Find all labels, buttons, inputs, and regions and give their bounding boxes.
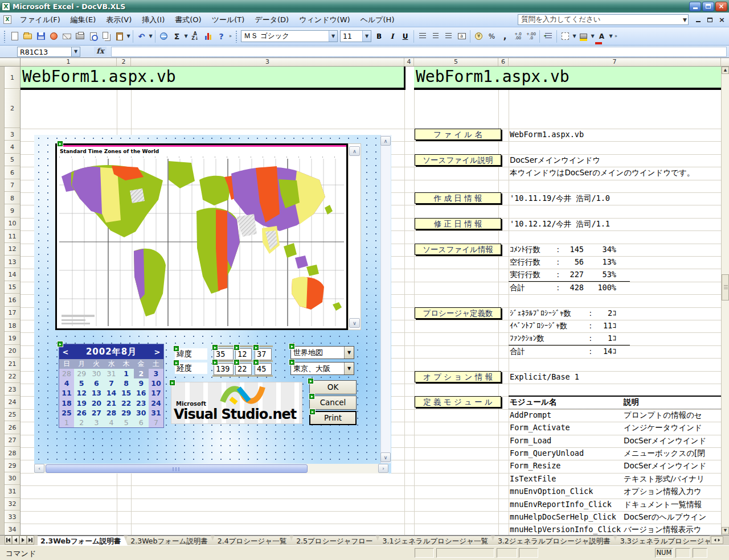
calendar-day-19[interactable]: 19 xyxy=(74,398,89,408)
column-header-4[interactable]: 4 xyxy=(404,58,414,66)
font-color-dropdown-icon[interactable]: ▼ xyxy=(608,30,613,42)
row-header-33[interactable]: 33 xyxy=(5,511,20,523)
row-header-8[interactable]: 8 xyxy=(5,192,20,204)
menu-item-4[interactable]: 書式(O) xyxy=(170,13,206,27)
italic-icon[interactable]: I xyxy=(386,30,398,42)
name-box-dropdown-icon[interactable]: ▼ xyxy=(71,47,80,57)
designer-glyph-icon[interactable] xyxy=(212,360,218,365)
open-icon[interactable] xyxy=(22,30,34,42)
latitude-min-input[interactable]: 12 xyxy=(235,348,252,360)
designer-horizontal-scrollbar[interactable]: ‹ › xyxy=(34,464,388,473)
insert-function-icon[interactable]: fx xyxy=(94,47,107,57)
close-button[interactable]: × xyxy=(715,2,727,11)
minimize-button[interactable] xyxy=(689,2,701,11)
row-header-29[interactable]: 29 xyxy=(5,460,20,472)
calendar-day-29[interactable]: 29 xyxy=(74,369,89,378)
sort-ascending-icon[interactable]: AZ↓ xyxy=(189,30,201,42)
scroll-down-icon[interactable]: ▼ xyxy=(722,527,729,534)
calendar-day-17[interactable]: 17 xyxy=(149,388,163,398)
calendar-day-7[interactable]: 7 xyxy=(104,378,118,388)
calendar-day-18[interactable]: 18 xyxy=(59,398,74,408)
row-header-17[interactable]: 17 xyxy=(5,307,20,319)
row-header-10[interactable]: 10 xyxy=(5,218,20,230)
calendar-day-10[interactable]: 10 xyxy=(149,378,163,388)
currency-icon[interactable]: ¥ xyxy=(473,30,485,42)
next-sheet-icon[interactable] xyxy=(19,536,27,545)
calendar-day-13[interactable]: 13 xyxy=(89,388,104,398)
scroll-up-icon[interactable]: ▲ xyxy=(722,67,729,74)
column-header-2[interactable]: 2 xyxy=(117,58,131,66)
prev-sheet-icon[interactable] xyxy=(12,536,19,545)
row-header-7[interactable]: 7 xyxy=(5,180,20,192)
form-designer-surface[interactable]: Standard Time Zones of the World xyxy=(34,135,391,473)
row-header-23[interactable]: 23 xyxy=(5,384,20,396)
chevron-down-icon[interactable]: ▼ xyxy=(344,363,354,374)
chevron-down-icon[interactable]: ▼ xyxy=(683,17,687,23)
column-header-6[interactable]: 6 xyxy=(498,58,509,66)
menu-item-1[interactable]: 編集(E) xyxy=(65,13,101,27)
menu-item-0[interactable]: ファイル(F) xyxy=(15,13,65,27)
autosum-icon[interactable]: Σ xyxy=(171,30,183,42)
sheet-vertical-scrollbar[interactable]: ▲ ▼ xyxy=(721,67,729,535)
row-header-5[interactable]: 5 xyxy=(5,154,20,166)
row-header-3[interactable]: 3 xyxy=(5,129,20,141)
sheet-tab-3[interactable]: 2.5プロシージャフロー xyxy=(289,536,379,546)
font-name-combo[interactable]: ＭＳ ゴシック ▼ xyxy=(241,30,338,42)
calendar-day-28[interactable]: 28 xyxy=(104,408,118,418)
map-select-combo[interactable]: 世界地図 ▼ xyxy=(290,346,354,359)
calendar-day-12[interactable]: 12 xyxy=(74,388,89,398)
city-select-combo[interactable]: 東京、大阪 ▼ xyxy=(290,362,354,375)
chart-wizard-icon[interactable] xyxy=(202,30,214,42)
scroll-up-icon[interactable]: ∧ xyxy=(380,136,391,146)
column-header-7[interactable]: 7 xyxy=(509,58,721,66)
menu-item-5[interactable]: ツール(T) xyxy=(207,13,250,27)
row-header-11[interactable]: 11 xyxy=(5,230,20,242)
calendar-day-11[interactable]: 11 xyxy=(59,388,74,398)
calendar-day-2[interactable]: 2 xyxy=(74,418,89,427)
calendar-day-31[interactable]: 31 xyxy=(149,408,163,418)
calendar-day-6[interactable]: 6 xyxy=(89,378,104,388)
chevron-down-icon[interactable]: ▼ xyxy=(362,31,371,42)
calendar-next-button[interactable]: > xyxy=(151,348,163,356)
chevron-down-icon[interactable]: ▼ xyxy=(329,31,337,42)
menu-item-6[interactable]: データ(D) xyxy=(249,13,294,27)
designer-vertical-scrollbar[interactable]: ∧ ∨ xyxy=(380,135,391,463)
row-header-1[interactable]: 1 xyxy=(5,67,20,89)
calendar-day-26[interactable]: 26 xyxy=(74,408,89,418)
row-header-12[interactable]: 12 xyxy=(5,244,20,256)
calendar-day-7[interactable]: 7 xyxy=(149,418,163,427)
print-icon[interactable] xyxy=(74,30,86,42)
designer-glyph-icon[interactable] xyxy=(310,409,315,414)
calendar-day-28[interactable]: 28 xyxy=(59,369,74,378)
last-sheet-icon[interactable] xyxy=(27,536,34,545)
designer-glyph-icon[interactable] xyxy=(234,345,239,350)
calendar-day-22[interactable]: 22 xyxy=(119,398,134,408)
designer-glyph-icon[interactable] xyxy=(308,378,313,384)
column-header-3[interactable]: 3 xyxy=(131,58,404,66)
sheet-grid[interactable]: 1234567891011121314151617181920212223242… xyxy=(0,67,729,535)
row-header-19[interactable]: 19 xyxy=(5,332,20,344)
row-header-34[interactable]: 34 xyxy=(5,524,20,535)
tab-scroll-split[interactable] xyxy=(711,536,723,544)
font-color-icon[interactable]: A xyxy=(596,30,608,42)
row-header-21[interactable]: 21 xyxy=(5,358,20,370)
calendar-day-3[interactable]: 3 xyxy=(149,369,163,378)
row-header-15[interactable]: 15 xyxy=(5,282,20,294)
latitude-deg-input[interactable]: 35 xyxy=(214,348,234,360)
mail-icon[interactable] xyxy=(61,30,73,42)
decrease-decimal-icon[interactable]: +.00.0 xyxy=(525,30,537,42)
paste-dropdown-icon[interactable]: ▼ xyxy=(126,30,131,42)
designer-glyph-icon[interactable] xyxy=(174,346,179,351)
menu-item-3[interactable]: 挿入(I) xyxy=(137,13,170,27)
longitude-deg-input[interactable]: 139 xyxy=(214,363,234,375)
scroll-down-icon[interactable]: ∨ xyxy=(349,318,360,328)
copy-icon[interactable] xyxy=(100,30,112,42)
calendar-day-6[interactable]: 6 xyxy=(134,418,149,427)
world-map-image[interactable]: Standard Time Zones of the World xyxy=(55,143,348,330)
sheet-tab-2[interactable]: 2.4プロシージャ一覧 xyxy=(211,536,293,546)
calendar-day-4[interactable]: 4 xyxy=(104,418,118,427)
paste-icon[interactable] xyxy=(113,30,125,42)
merge-center-icon[interactable]: a xyxy=(456,30,468,42)
row-header-32[interactable]: 32 xyxy=(5,499,20,510)
calendar-day-4[interactable]: 4 xyxy=(59,378,74,388)
